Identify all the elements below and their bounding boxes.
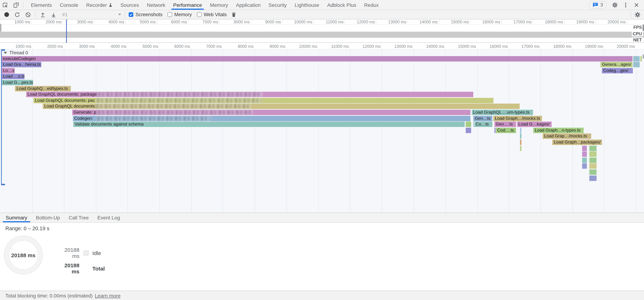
flame-bar[interactable]: Load …s.ts — [1, 74, 24, 79]
flame-bar-label: Load GraphQL …urn-types.ts — [473, 110, 530, 115]
flame-scrollbar-thumb[interactable] — [642, 54, 644, 59]
flame-chart[interactable]: Thread 0 executeCodegenLoad Gra…hema.tsG… — [0, 49, 644, 213]
flame-bar[interactable]: Co…ts — [474, 122, 492, 127]
checkbox-web-vitals[interactable]: Web Vitals — [197, 12, 227, 17]
flame-bar[interactable]: Load G…pes.ts — [1, 80, 33, 85]
flame-bar[interactable]: Codeg…ges/ — [602, 68, 633, 73]
tab-memory[interactable]: Memory — [206, 0, 232, 10]
flame-bar-fragment[interactable] — [582, 157, 587, 163]
tab-event-log[interactable]: Event Log — [93, 213, 124, 222]
checkbox-memory[interactable]: Memory — [168, 12, 192, 17]
net-band — [0, 38, 644, 43]
tab-call-tree[interactable]: Call Tree — [64, 213, 93, 222]
record-button[interactable] — [3, 11, 10, 18]
tab-sources[interactable]: Sources — [116, 0, 143, 10]
flame-bar-fragment[interactable] — [582, 146, 587, 151]
flame-bar[interactable]: Load GraphQL documents: pac — [33, 98, 494, 103]
devtools-tabbar: ElementsConsoleRecorderSourcesNetworkPer… — [0, 0, 644, 10]
flame-gridline — [223, 49, 223, 213]
load-profile-button[interactable] — [39, 11, 46, 18]
flame-bar-fragment[interactable] — [520, 140, 522, 145]
flame-bar-fragment[interactable] — [640, 56, 642, 61]
flame-bar-fragment[interactable] — [582, 163, 587, 169]
flame-bar-fragment[interactable] — [633, 56, 640, 61]
learn-more-link[interactable]: Learn more — [95, 293, 120, 298]
flame-bar[interactable]: executeCodegen — [1, 56, 632, 61]
profile-select[interactable]: #1 — [61, 12, 121, 17]
flame-bar[interactable]: Load G…kages/ — [516, 122, 552, 127]
flame-bar-fragment[interactable] — [589, 175, 596, 181]
device-toolbar-button[interactable] — [11, 0, 22, 10]
flame-bar-fragment[interactable] — [520, 146, 522, 151]
flame-bar[interactable]: Load Grap…/mocks.ts — [542, 134, 591, 139]
checkbox-screenshots[interactable]: Screenshots — [129, 12, 162, 17]
thread-header[interactable]: Thread 0 — [4, 50, 28, 55]
tab-security[interactable]: Security — [265, 0, 291, 10]
flame-bar-fragment[interactable] — [589, 146, 596, 151]
delete-recording-button[interactable] — [230, 11, 238, 18]
tab-label: Application — [236, 2, 261, 8]
tab-summary[interactable]: Summary — [2, 213, 32, 222]
flame-bar[interactable]: Genera…ages/ — [600, 62, 632, 67]
tab-console[interactable]: Console — [56, 0, 82, 10]
flame-bar[interactable]: Load GraphQ…ed/types.ts — [15, 86, 71, 91]
flame-bar[interactable]: Cod.…ts — [496, 128, 516, 133]
reload-and-record-button[interactable] — [14, 11, 21, 18]
inspect-element-button[interactable] — [0, 0, 11, 10]
flame-bar[interactable]: Gen.…ts — [494, 122, 516, 127]
flame-bar[interactable]: Load Graph…packages/ — [552, 140, 602, 145]
redacted-text-blur — [96, 104, 250, 109]
tab-bottom-up[interactable]: Bottom-Up — [32, 213, 64, 222]
tab-application[interactable]: Application — [232, 0, 265, 10]
capture-settings-button[interactable] — [634, 11, 641, 18]
flame-bar-fragment[interactable] — [466, 122, 471, 127]
save-profile-button[interactable] — [50, 11, 57, 18]
tab-elements[interactable]: Elements — [27, 0, 56, 10]
flame-bar[interactable]: Lo…s — [1, 68, 14, 73]
issues-button[interactable]: 3 — [590, 1, 606, 9]
tab-network[interactable]: Network — [143, 0, 169, 10]
overview-tick-label: 13000 ms — [380, 20, 406, 24]
flame-bar-fragment[interactable] — [589, 163, 596, 169]
flame-bar-fragment[interactable] — [520, 134, 522, 139]
flame-bar[interactable]: Load Graph…n-types.ts — [533, 128, 584, 133]
legend-row-total: 20188 msTotal — [60, 262, 105, 274]
playhead-line[interactable] — [66, 20, 67, 43]
flame-bar[interactable]: Load GraphQL …urn-types.ts — [471, 110, 533, 115]
tab-lighthouse[interactable]: Lighthouse — [291, 0, 323, 10]
flame-bar[interactable]: Generate: p — [72, 110, 470, 115]
tab-label: Elements — [31, 2, 52, 8]
flame-bar-fragment[interactable] — [582, 151, 587, 157]
flame-bar-fragment[interactable] — [589, 157, 596, 163]
flame-bar[interactable]: Load Graph…/mocks.ts — [493, 116, 542, 121]
clear-button[interactable] — [24, 11, 32, 18]
performance-toolbar: #1 ScreenshotsMemoryWeb Vitals — [0, 10, 644, 20]
flame-bar-fragment[interactable] — [589, 151, 596, 157]
overview-ruler: 1000 ms2000 ms3000 ms4000 ms5000 ms6000 … — [0, 20, 644, 25]
flame-bar[interactable]: Codegen: — [72, 116, 470, 121]
flame-bar-fragment[interactable] — [466, 128, 471, 133]
tab-label: Console — [60, 2, 78, 8]
flame-bar-label: Lo…s — [3, 68, 14, 73]
flame-bar-fragment[interactable] — [520, 128, 522, 133]
flame-bar-fragment[interactable] — [589, 169, 596, 175]
flame-bar-fragment[interactable] — [633, 62, 640, 67]
flame-bar[interactable]: Gen…ts — [473, 116, 492, 121]
flame-bar[interactable]: Load GraphQL documents: package — [26, 92, 473, 97]
tab-recorder[interactable]: Recorder — [82, 0, 116, 10]
selection-bracket[interactable] — [1, 49, 2, 185]
flame-bar[interactable]: Load GraphQL documents: — [42, 104, 520, 109]
overview-left-handle[interactable] — [0, 24, 2, 32]
tab-adblock-plus[interactable]: Adblock Plus — [323, 0, 360, 10]
overview-scrollbar-thumb[interactable] — [642, 25, 644, 31]
more-options-button[interactable] — [620, 2, 631, 8]
tab-redux[interactable]: Redux — [360, 0, 383, 10]
tab-performance[interactable]: Performance — [169, 0, 206, 10]
flame-bar[interactable]: Validate documents against schema — [73, 122, 464, 127]
flame-bar-label: Load …s.ts — [3, 74, 24, 79]
tab-label: Network — [147, 2, 165, 8]
close-devtools-button[interactable] — [631, 2, 642, 8]
timeline-overview[interactable]: 1000 ms2000 ms3000 ms4000 ms5000 ms6000 … — [0, 20, 644, 43]
settings-button[interactable] — [610, 2, 620, 8]
flame-bar[interactable]: Load Gra…hema.ts — [1, 62, 41, 67]
